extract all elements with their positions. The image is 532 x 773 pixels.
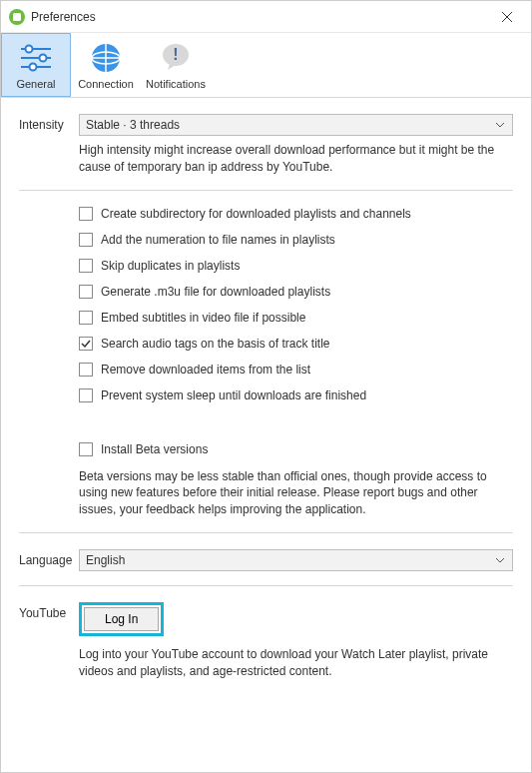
option-row[interactable]: Prevent system sleep until downloads are… (79, 388, 513, 402)
svg-point-6 (40, 55, 47, 62)
option-label: Create subdirectory for downloaded playl… (101, 207, 411, 221)
svg-rect-0 (13, 13, 21, 21)
checkbox-icon (79, 259, 93, 273)
app-icon (9, 9, 25, 25)
youtube-row: YouTube Log In Log into your YouTube acc… (19, 602, 513, 680)
option-label: Generate .m3u file for downloaded playli… (101, 285, 330, 299)
option-row[interactable]: Skip duplicates in playlists (79, 259, 513, 273)
intensity-value: Stable · 3 threads (86, 118, 494, 132)
tab-general[interactable]: General (1, 33, 71, 97)
alert-bubble-icon: ! (142, 40, 210, 76)
chevron-down-icon (494, 553, 506, 567)
checkbox-icon (79, 285, 93, 299)
content-area: Intensity Stable · 3 threads High intens… (1, 98, 531, 696)
intensity-dropdown[interactable]: Stable · 3 threads (79, 114, 513, 136)
beta-help: Beta versions may be less stable than of… (79, 468, 513, 518)
checkbox-icon (79, 233, 93, 247)
login-button[interactable]: Log In (84, 607, 159, 631)
svg-point-4 (26, 46, 33, 53)
tab-connection[interactable]: Connection (71, 33, 141, 97)
intensity-row: Intensity Stable · 3 threads High intens… (19, 114, 513, 176)
option-row[interactable]: Remove downloaded items from the list (79, 363, 513, 377)
youtube-help: Log into your YouTube account to downloa… (79, 646, 513, 680)
option-row[interactable]: Search audio tags on the basis of track … (79, 337, 513, 351)
option-row[interactable]: Embed subtitles in video file if possibl… (79, 311, 513, 325)
chevron-down-icon (494, 118, 506, 132)
divider (19, 585, 513, 586)
window-title: Preferences (31, 10, 96, 24)
option-label: Embed subtitles in video file if possibl… (101, 311, 305, 325)
language-value: English (86, 553, 494, 567)
language-label: Language (19, 549, 79, 567)
option-label: Skip duplicates in playlists (101, 259, 240, 273)
sliders-icon (2, 40, 70, 76)
login-highlight: Log In (79, 602, 164, 636)
tab-notifications-label: Notifications (142, 78, 210, 90)
tab-general-label: General (2, 78, 70, 90)
option-row[interactable]: Create subdirectory for downloaded playl… (79, 207, 513, 221)
language-row: Language English (19, 549, 513, 571)
beta-checkbox-label: Install Beta versions (101, 442, 208, 456)
intensity-label: Intensity (19, 114, 79, 132)
svg-point-8 (30, 64, 37, 71)
checkbox-icon (79, 207, 93, 221)
option-row[interactable]: Generate .m3u file for downloaded playli… (79, 285, 513, 299)
checkbox-icon (79, 337, 93, 351)
intensity-help: High intensity might increase overall do… (79, 142, 513, 176)
tab-toolbar: General Connection ! Notifications (1, 33, 531, 98)
checkbox-icon (79, 363, 93, 377)
option-label: Remove downloaded items from the list (101, 363, 310, 377)
option-label: Prevent system sleep until downloads are… (101, 388, 366, 402)
language-dropdown[interactable]: English (79, 549, 513, 571)
globe-icon (72, 40, 140, 76)
tab-connection-label: Connection (72, 78, 140, 90)
beta-checkbox-row[interactable]: Install Beta versions (79, 442, 513, 456)
divider (19, 190, 513, 191)
checkbox-icon (79, 442, 93, 456)
option-label: Add the numeration to file names in play… (101, 233, 335, 247)
checkbox-icon (79, 388, 93, 402)
titlebar: Preferences (1, 1, 531, 33)
options-list: Create subdirectory for downloaded playl… (79, 207, 513, 402)
options-row: Create subdirectory for downloaded playl… (19, 207, 513, 414)
checkbox-icon (79, 311, 93, 325)
svg-text:!: ! (173, 46, 178, 63)
divider (19, 532, 513, 533)
beta-row: Install Beta versions Beta versions may … (19, 442, 513, 518)
option-row[interactable]: Add the numeration to file names in play… (79, 233, 513, 247)
tab-notifications[interactable]: ! Notifications (141, 33, 211, 97)
close-button[interactable] (491, 5, 523, 29)
option-label: Search audio tags on the basis of track … (101, 337, 329, 351)
youtube-label: YouTube (19, 602, 79, 620)
